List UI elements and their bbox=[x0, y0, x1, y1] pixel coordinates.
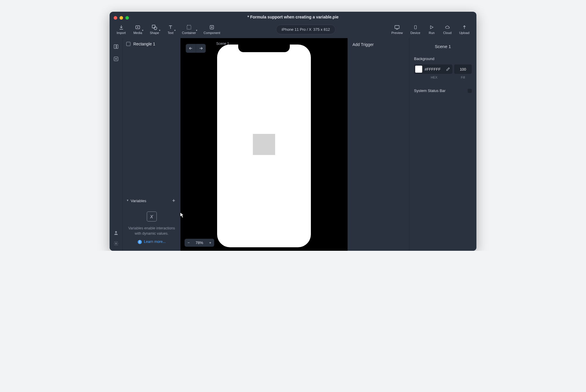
device-selector[interactable]: iPhone 11 Pro / X 375 x 812 bbox=[276, 25, 335, 34]
text-button[interactable]: ▾ Text bbox=[164, 23, 177, 36]
import-icon bbox=[118, 24, 124, 30]
next-scene-button[interactable] bbox=[196, 44, 206, 53]
component-icon bbox=[209, 24, 215, 30]
hex-value[interactable]: #FFFFFF bbox=[425, 67, 445, 71]
variables-section: ▼ Variables + x Variables enable interac… bbox=[123, 194, 180, 251]
media-label: Media bbox=[133, 31, 142, 35]
inspector-title: Scene 1 bbox=[414, 44, 472, 49]
import-button[interactable]: Import bbox=[114, 23, 129, 36]
zoom-out-button[interactable]: − bbox=[185, 239, 193, 247]
fill-opacity-field[interactable]: 100 bbox=[454, 64, 472, 74]
svg-rect-3 bbox=[187, 25, 191, 29]
shape-label: Shape bbox=[150, 31, 159, 35]
dropdown-caret-icon: ▾ bbox=[142, 29, 143, 32]
svg-point-2 bbox=[154, 27, 157, 30]
settings-icon[interactable] bbox=[113, 240, 119, 247]
device-button-label: Device bbox=[410, 31, 420, 35]
cloud-label: Cloud bbox=[443, 31, 452, 35]
zoom-in-button[interactable]: + bbox=[206, 239, 214, 247]
preview-icon bbox=[394, 24, 400, 30]
fill-value: 100 bbox=[460, 67, 466, 71]
device-size: 375 x 812 bbox=[313, 27, 330, 32]
upload-label: Upload bbox=[459, 31, 469, 35]
variables-help: x Variables enable interactions with dyn… bbox=[123, 207, 180, 251]
canvas[interactable]: Scene 1 − 78% + bbox=[180, 38, 347, 251]
text-label: Text bbox=[168, 31, 173, 35]
dropdown-caret-icon: ▾ bbox=[174, 29, 176, 32]
triggers-panel: Add Trigger bbox=[347, 38, 409, 251]
canvas-rectangle[interactable] bbox=[253, 134, 275, 155]
container-icon bbox=[186, 24, 192, 30]
dropdown-caret-icon: ▾ bbox=[159, 29, 160, 32]
component-label: Component bbox=[204, 31, 220, 35]
prev-scene-button[interactable] bbox=[186, 44, 196, 53]
shape-button[interactable]: ▾ Shape bbox=[147, 23, 162, 36]
layer-item-rectangle[interactable]: Rectangle 1 bbox=[123, 38, 180, 50]
minimize-window-icon[interactable] bbox=[120, 16, 123, 20]
interactions-tab-icon[interactable] bbox=[113, 56, 119, 62]
svg-rect-7 bbox=[114, 45, 116, 48]
eyedropper-icon[interactable] bbox=[445, 67, 451, 71]
color-swatch[interactable] bbox=[415, 66, 422, 73]
close-window-icon[interactable] bbox=[114, 16, 117, 20]
cloud-button[interactable]: Cloud bbox=[440, 23, 454, 36]
variables-header[interactable]: ▼ Variables + bbox=[123, 194, 180, 207]
container-label: Container bbox=[182, 31, 196, 35]
svg-point-10 bbox=[115, 231, 117, 233]
background-color-field[interactable]: #FFFFFF bbox=[414, 64, 452, 74]
svg-rect-6 bbox=[414, 25, 416, 29]
media-icon bbox=[135, 24, 141, 30]
upload-icon bbox=[461, 24, 467, 30]
preview-label: Preview bbox=[391, 31, 403, 35]
disclosure-triangle-icon: ▼ bbox=[126, 199, 129, 202]
inspector-panel: Scene 1 Background #FFFFFF 100 HEX Fill bbox=[409, 38, 476, 251]
main-body: Rectangle 1 ▼ Variables + x Variables en… bbox=[110, 38, 476, 251]
layer-item-label: Rectangle 1 bbox=[133, 42, 155, 46]
device-notch bbox=[238, 45, 290, 52]
svg-rect-1 bbox=[152, 25, 155, 28]
svg-rect-8 bbox=[117, 45, 118, 48]
upload-button[interactable]: Upload bbox=[456, 23, 472, 36]
cloud-icon bbox=[444, 24, 450, 30]
zoom-level[interactable]: 78% bbox=[193, 239, 206, 247]
status-bar-checkbox[interactable] bbox=[468, 89, 472, 93]
app-window: * Formula support when creating a variab… bbox=[110, 12, 476, 251]
account-icon[interactable] bbox=[113, 230, 119, 236]
svg-point-11 bbox=[115, 243, 117, 244]
svg-rect-5 bbox=[395, 25, 399, 29]
layers-panel: Rectangle 1 ▼ Variables + x Variables en… bbox=[122, 38, 180, 251]
preview-button[interactable]: Preview bbox=[389, 23, 406, 36]
zoom-control: − 78% + bbox=[185, 239, 214, 247]
toolbar: Import ▾ Media ▾ Shape ▾ Text bbox=[110, 21, 476, 38]
hex-sublabel: HEX bbox=[414, 76, 454, 79]
add-trigger-button[interactable]: Add Trigger bbox=[348, 42, 409, 47]
device-button[interactable]: Device bbox=[408, 23, 423, 36]
text-icon bbox=[168, 24, 173, 30]
component-button[interactable]: Component bbox=[201, 23, 223, 36]
add-variable-button[interactable]: + bbox=[170, 197, 177, 204]
sidebar-strip bbox=[110, 38, 122, 251]
scene-nav bbox=[186, 44, 206, 53]
device-icon bbox=[413, 24, 418, 30]
device-frame[interactable] bbox=[217, 45, 311, 247]
media-button[interactable]: ▾ Media bbox=[130, 23, 145, 36]
fullscreen-window-icon[interactable] bbox=[125, 16, 129, 20]
background-label: Background bbox=[414, 57, 472, 61]
run-label: Run bbox=[429, 31, 435, 35]
window-controls bbox=[114, 16, 129, 20]
variables-help-text: Variables enable interactions with dynam… bbox=[127, 226, 176, 236]
status-bar-row: System Status Bar bbox=[414, 88, 472, 93]
window-title: * Formula support when creating a variab… bbox=[110, 15, 476, 19]
rectangle-icon bbox=[126, 42, 130, 46]
shape-icon bbox=[151, 24, 157, 30]
variable-icon: x bbox=[147, 212, 157, 221]
device-name: iPhone 11 Pro / X bbox=[282, 27, 311, 32]
container-button[interactable]: ▾ Container bbox=[179, 23, 199, 36]
learn-more-link[interactable]: Learn more... bbox=[144, 240, 166, 244]
run-icon bbox=[429, 24, 435, 30]
layers-tab-icon[interactable] bbox=[113, 43, 119, 50]
import-label: Import bbox=[117, 31, 126, 35]
titlebar: * Formula support when creating a variab… bbox=[110, 12, 476, 21]
run-button[interactable]: Run bbox=[425, 23, 438, 36]
info-icon: i bbox=[138, 240, 142, 244]
